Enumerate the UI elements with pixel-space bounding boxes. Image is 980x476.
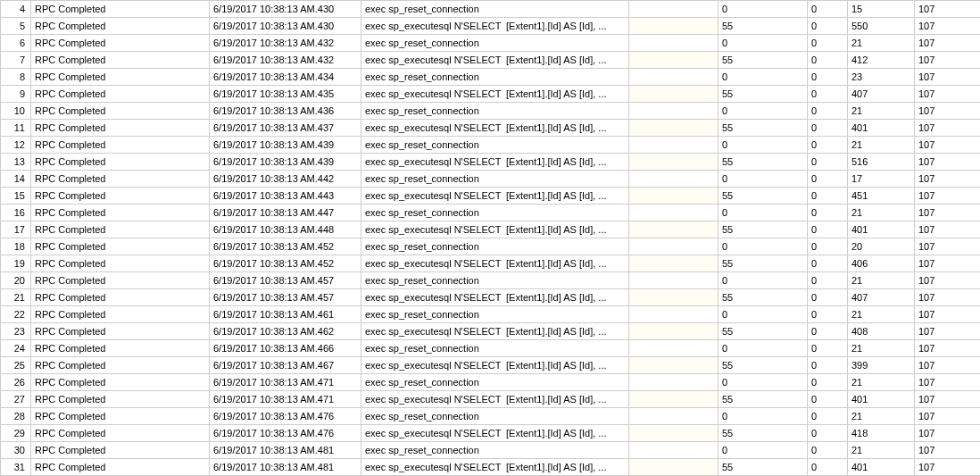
table-row[interactable]: 31RPC Completed6/19/2017 10:38:13 AM.481… [1, 459, 981, 476]
sql-exec-suffix: [Extent1].[Id] AS [Id], ... [506, 224, 607, 235]
table-row[interactable]: 12RPC Completed6/19/2017 10:38:13 AM.439… [1, 137, 981, 154]
metric-cell-1: 55 [718, 255, 808, 272]
timestamp-cell: 6/19/2017 10:38:13 AM.447 [210, 205, 361, 221]
sql-exec-prefix: exec sp_executesql N'SELECT [365, 462, 506, 472]
timestamp-cell: 6/19/2017 10:38:13 AM.432 [210, 52, 361, 69]
metric-cell-2: 0 [808, 357, 848, 374]
table-row[interactable]: 18RPC Completed6/19/2017 10:38:13 AM.452… [1, 238, 981, 255]
timestamp-cell: 6/19/2017 10:38:13 AM.435 [210, 86, 361, 103]
event-cell: RPC Completed [31, 188, 210, 205]
table-row[interactable]: 27RPC Completed6/19/2017 10:38:13 AM.471… [1, 391, 981, 408]
table-row[interactable]: 20RPC Completed6/19/2017 10:38:13 AM.457… [1, 272, 981, 289]
event-cell: RPC Completed [31, 255, 210, 272]
event-cell: RPC Completed [31, 238, 210, 255]
batch-text-cell: exec sp_executesql N'SELECT[Extent1].[Id… [361, 459, 629, 476]
table-row[interactable]: 29RPC Completed6/19/2017 10:38:13 AM.476… [1, 425, 981, 442]
table-row[interactable]: 17RPC Completed6/19/2017 10:38:13 AM.448… [1, 221, 981, 238]
metric-cell-2: 0 [808, 459, 848, 476]
batch-text-cell: exec sp_reset_connection [361, 442, 629, 459]
row-number-cell: 13 [1, 154, 31, 171]
event-cell: RPC Completed [31, 154, 210, 171]
metric-cell-4: 107 [915, 289, 981, 306]
timestamp-cell: 6/19/2017 10:38:13 AM.437 [210, 120, 361, 137]
metric-cell-3: 21 [848, 306, 915, 323]
table-row[interactable]: 22RPC Completed6/19/2017 10:38:13 AM.461… [1, 306, 981, 323]
table-row[interactable]: 16RPC Completed6/19/2017 10:38:13 AM.447… [1, 205, 981, 221]
table-row[interactable]: 5RPC Completed6/19/2017 10:38:13 AM.430e… [1, 18, 981, 35]
sql-exec-prefix: exec sp_executesql N'SELECT [365, 122, 506, 133]
table-row[interactable]: 8RPC Completed6/19/2017 10:38:13 AM.434e… [1, 69, 981, 86]
sql-exec-suffix: [Extent1].[Id] AS [Id], ... [506, 394, 607, 405]
sql-exec-prefix: exec sp_executesql N'SELECT [365, 292, 506, 303]
highlight-cell [629, 137, 718, 154]
timestamp-cell: 6/19/2017 10:38:13 AM.448 [210, 221, 361, 238]
metric-cell-2: 0 [808, 86, 848, 103]
metric-cell-4: 107 [915, 205, 981, 221]
batch-text-cell: exec sp_reset_connection [361, 103, 629, 120]
table-row[interactable]: 21RPC Completed6/19/2017 10:38:13 AM.457… [1, 289, 981, 306]
table-row[interactable]: 6RPC Completed6/19/2017 10:38:13 AM.432e… [1, 35, 981, 52]
metric-cell-4: 107 [915, 1, 981, 18]
table-row[interactable]: 15RPC Completed6/19/2017 10:38:13 AM.443… [1, 188, 981, 205]
table-row[interactable]: 23RPC Completed6/19/2017 10:38:13 AM.462… [1, 323, 981, 340]
metric-cell-1: 55 [718, 289, 808, 306]
metric-cell-2: 0 [808, 221, 848, 238]
sql-exec-prefix: exec sp_executesql N'SELECT [365, 326, 506, 337]
batch-text-cell: exec sp_executesql N'SELECT[Extent1].[Id… [361, 323, 629, 340]
table-row[interactable]: 14RPC Completed6/19/2017 10:38:13 AM.442… [1, 171, 981, 188]
sql-exec-suffix: [Extent1].[Id] AS [Id], ... [506, 21, 607, 31]
metric-cell-4: 107 [915, 35, 981, 52]
metric-cell-4: 107 [915, 374, 981, 391]
batch-text-cell: exec sp_executesql N'SELECT[Extent1].[Id… [361, 52, 629, 69]
metric-cell-2: 0 [808, 35, 848, 52]
metric-cell-4: 107 [915, 340, 981, 357]
highlight-cell [629, 391, 718, 408]
batch-text-cell: exec sp_reset_connection [361, 35, 629, 52]
highlight-cell [629, 69, 718, 86]
sql-exec-suffix: [Extent1].[Id] AS [Id], ... [506, 292, 607, 303]
metric-cell-2: 0 [808, 272, 848, 289]
metric-cell-4: 107 [915, 86, 981, 103]
metric-cell-2: 0 [808, 442, 848, 459]
highlight-cell [629, 323, 718, 340]
metric-cell-1: 0 [718, 374, 808, 391]
row-number-cell: 16 [1, 205, 31, 221]
metric-cell-1: 55 [718, 154, 808, 171]
metric-cell-2: 0 [808, 238, 848, 255]
sql-exec-prefix: exec sp_executesql N'SELECT [365, 156, 506, 167]
metric-cell-3: 399 [848, 357, 915, 374]
trace-grid[interactable]: 4RPC Completed6/19/2017 10:38:13 AM.430e… [0, 0, 980, 476]
table-row[interactable]: 7RPC Completed6/19/2017 10:38:13 AM.432e… [1, 52, 981, 69]
sql-reset-text: exec sp_reset_connection [365, 343, 479, 354]
batch-text-cell: exec sp_reset_connection [361, 205, 629, 221]
sql-reset-text: exec sp_reset_connection [365, 275, 479, 286]
metric-cell-4: 107 [915, 18, 981, 35]
row-number-cell: 11 [1, 120, 31, 137]
table-row[interactable]: 9RPC Completed6/19/2017 10:38:13 AM.435e… [1, 86, 981, 103]
timestamp-cell: 6/19/2017 10:38:13 AM.471 [210, 374, 361, 391]
metric-cell-2: 0 [808, 188, 848, 205]
table-row[interactable]: 28RPC Completed6/19/2017 10:38:13 AM.476… [1, 408, 981, 425]
batch-text-cell: exec sp_executesql N'SELECT[Extent1].[Id… [361, 289, 629, 306]
metric-cell-2: 0 [808, 374, 848, 391]
table-row[interactable]: 24RPC Completed6/19/2017 10:38:13 AM.466… [1, 340, 981, 357]
event-cell: RPC Completed [31, 340, 210, 357]
metric-cell-4: 107 [915, 137, 981, 154]
table-row[interactable]: 4RPC Completed6/19/2017 10:38:13 AM.430e… [1, 1, 981, 18]
metric-cell-2: 0 [808, 137, 848, 154]
sql-reset-text: exec sp_reset_connection [365, 207, 479, 218]
metric-cell-4: 107 [915, 69, 981, 86]
batch-text-cell: exec sp_reset_connection [361, 374, 629, 391]
timestamp-cell: 6/19/2017 10:38:13 AM.436 [210, 103, 361, 120]
timestamp-cell: 6/19/2017 10:38:13 AM.432 [210, 35, 361, 52]
table-row[interactable]: 13RPC Completed6/19/2017 10:38:13 AM.439… [1, 154, 981, 171]
row-number-cell: 15 [1, 188, 31, 205]
table-row[interactable]: 26RPC Completed6/19/2017 10:38:13 AM.471… [1, 374, 981, 391]
table-row[interactable]: 10RPC Completed6/19/2017 10:38:13 AM.436… [1, 103, 981, 120]
metric-cell-3: 15 [848, 1, 915, 18]
table-row[interactable]: 25RPC Completed6/19/2017 10:38:13 AM.467… [1, 357, 981, 374]
event-cell: RPC Completed [31, 52, 210, 69]
table-row[interactable]: 11RPC Completed6/19/2017 10:38:13 AM.437… [1, 120, 981, 137]
table-row[interactable]: 19RPC Completed6/19/2017 10:38:13 AM.452… [1, 255, 981, 272]
table-row[interactable]: 30RPC Completed6/19/2017 10:38:13 AM.481… [1, 442, 981, 459]
